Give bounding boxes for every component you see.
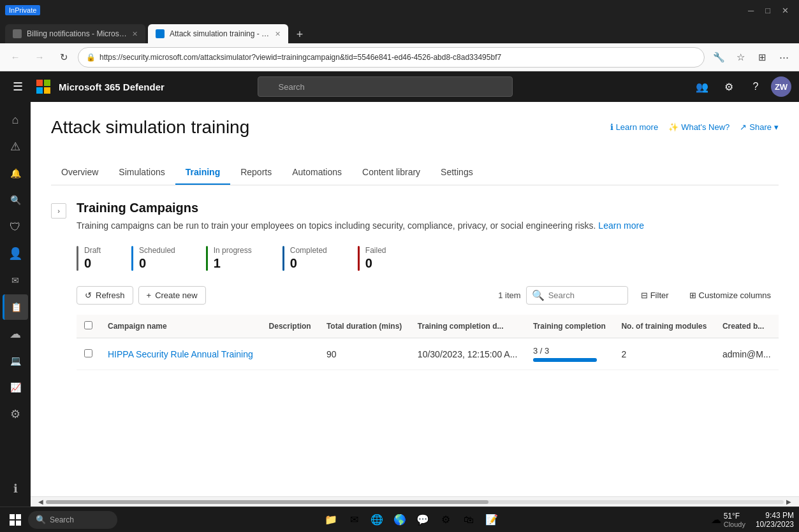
weather-condition: Cloudy xyxy=(724,521,745,528)
sidebar-item-cloud-apps[interactable]: ☁ xyxy=(3,321,28,347)
whats-new-link[interactable]: ✨ What's New? xyxy=(668,122,729,132)
tab-close-1[interactable]: ✕ xyxy=(132,30,138,38)
sidebar-item-alerts[interactable]: 🔔 xyxy=(3,161,28,186)
sidebar-item-email[interactable]: ✉ xyxy=(3,268,28,293)
reload-button[interactable]: ↻ xyxy=(54,47,74,68)
stat-inprogress-label: In progress xyxy=(214,246,252,255)
stat-completed-label: Completed xyxy=(290,246,327,255)
tab-training[interactable]: Training xyxy=(175,161,230,185)
taskbar-clock[interactable]: 9:43 PM 10/23/2023 xyxy=(756,511,794,529)
sidebar-item-incidents[interactable]: ⚠ xyxy=(3,134,28,159)
collections-button[interactable]: ⊞ xyxy=(752,47,772,68)
share-link[interactable]: ↗ Share ▾ xyxy=(740,122,779,132)
table-search-input[interactable] xyxy=(548,291,622,300)
hamburger-menu-button[interactable]: ☰ xyxy=(8,76,28,97)
tab-content-library[interactable]: Content library xyxy=(352,161,430,185)
taskbar-app-mail[interactable]: ✉ xyxy=(344,510,364,530)
collapse-button[interactable]: › xyxy=(51,203,66,219)
favorites-button[interactable]: ☆ xyxy=(730,47,751,68)
new-tab-button[interactable]: + xyxy=(291,25,309,43)
stat-draft-value: 0 xyxy=(84,256,101,271)
scroll-right-arrow[interactable]: ▶ xyxy=(784,497,794,507)
tab-simulations[interactable]: Simulations xyxy=(108,161,175,185)
address-bar[interactable]: 🔒 https://security.microsoft.com/attacks… xyxy=(78,47,705,68)
weather-widget[interactable]: ☁ 51°F Cloudy xyxy=(706,512,751,528)
create-new-button[interactable]: + Create new xyxy=(138,286,206,305)
td-no-modules: 2 xyxy=(613,338,715,370)
browser-toolbar: ← → ↻ 🔒 https://security.microsoft.com/a… xyxy=(0,43,799,71)
taskbar-app-settings[interactable]: ⚙ xyxy=(436,510,456,530)
sidebar-item-secure-score[interactable]: 🛡 xyxy=(3,214,28,240)
tab-reports[interactable]: Reports xyxy=(230,161,282,185)
progress-bar-container xyxy=(533,358,597,362)
table-row[interactable]: HIPPA Security Rule Annual Training 90 1… xyxy=(77,338,779,370)
learn-more-link[interactable]: ℹ Learn more xyxy=(610,122,658,132)
th-description[interactable]: Description xyxy=(261,315,319,338)
sidebar-item-hunting[interactable]: 🔍 xyxy=(3,187,28,213)
share-icon: ↗ xyxy=(740,122,747,132)
section-learn-more-link[interactable]: Learn more xyxy=(598,220,644,231)
scrollbar-track[interactable] xyxy=(46,500,784,504)
row-checkbox[interactable] xyxy=(84,349,92,357)
stats-row: Draft 0 Scheduled 0 xyxy=(77,246,779,271)
taskbar-app-store[interactable]: 🛍 xyxy=(458,510,479,530)
app-logo[interactable] xyxy=(36,79,51,94)
minimize-button[interactable]: ─ xyxy=(743,3,759,18)
stat-scheduled-label: Scheduled xyxy=(139,246,175,255)
refresh-button[interactable]: ↺ Refresh xyxy=(77,286,133,305)
sidebar-item-identity[interactable]: 👤 xyxy=(3,241,28,266)
more-button[interactable]: ⋯ xyxy=(773,47,794,68)
th-created-by[interactable]: Created b... xyxy=(715,315,779,338)
scroll-left-arrow[interactable]: ◀ xyxy=(36,497,46,507)
taskbar-app-teams[interactable]: 💬 xyxy=(413,510,433,530)
start-button[interactable] xyxy=(5,510,26,530)
app-search-input[interactable] xyxy=(258,76,513,97)
forward-button[interactable]: → xyxy=(29,47,50,68)
tab-settings[interactable]: Settings xyxy=(430,161,483,185)
campaign-name-link[interactable]: HIPPA Security Rule Annual Training xyxy=(108,349,253,359)
scrollbar-thumb[interactable] xyxy=(46,500,488,504)
sidebar-item-settings[interactable]: ⚙ xyxy=(3,401,28,427)
th-campaign-name[interactable]: Campaign name xyxy=(100,315,261,338)
taskbar-app-chrome[interactable]: 🌎 xyxy=(390,510,410,530)
select-all-checkbox[interactable] xyxy=(84,321,92,329)
stat-draft: Draft 0 xyxy=(77,246,116,271)
browser-tab-1[interactable]: Billing notifications - Microsoft ... ✕ xyxy=(5,24,145,43)
th-training-completion[interactable]: Training completion xyxy=(525,315,613,338)
tab-title-1: Billing notifications - Microsoft ... xyxy=(27,29,127,38)
taskbar-search-box[interactable]: 🔍 Search xyxy=(28,511,117,529)
th-total-duration[interactable]: Total duration (mins) xyxy=(319,315,410,338)
browser-tab-2[interactable]: Attack simulation training - Micr... ✕ xyxy=(148,24,288,43)
community-button[interactable]: 👥 xyxy=(691,75,714,98)
maximize-button[interactable]: □ xyxy=(760,3,775,18)
tab-overview[interactable]: Overview xyxy=(51,161,108,185)
taskbar-app-explorer[interactable]: 📁 xyxy=(321,510,341,530)
weather-temp: 51°F xyxy=(724,512,745,521)
settings-header-button[interactable]: ⚙ xyxy=(717,75,740,98)
extensions-button[interactable]: 🔧 xyxy=(708,47,729,68)
user-avatar[interactable]: ZW xyxy=(771,76,791,97)
td-checkbox[interactable] xyxy=(77,338,100,370)
tab-automations[interactable]: Automations xyxy=(282,161,352,185)
sidebar-item-vulnerability[interactable]: 📈 xyxy=(3,375,28,400)
close-button[interactable]: ✕ xyxy=(777,3,794,18)
back-button[interactable]: ← xyxy=(5,47,26,68)
header-right: 👥 ⚙ ? ZW xyxy=(691,75,791,98)
horizontal-scrollbar[interactable]: ◀ ▶ xyxy=(31,496,799,507)
tab-close-2[interactable]: ✕ xyxy=(275,30,281,38)
th-no-modules[interactable]: No. of training modules xyxy=(613,315,715,338)
sidebar-item-home[interactable]: ⌂ xyxy=(3,107,28,133)
help-button[interactable]: ? xyxy=(744,75,767,98)
table-search-box[interactable]: 🔍 xyxy=(526,286,628,305)
filter-button[interactable]: ⊟ Filter xyxy=(633,287,677,304)
sidebar-item-attack-sim[interactable]: 📋 xyxy=(3,294,28,320)
th-completion-date[interactable]: Training completion d... xyxy=(410,315,525,338)
completion-text: 3 / 3 xyxy=(533,346,606,356)
taskbar-app-word[interactable]: 📝 xyxy=(481,510,502,530)
taskbar-app-edge[interactable]: 🌐 xyxy=(367,510,387,530)
section-title: Training Campaigns xyxy=(77,201,779,215)
sidebar-item-info[interactable]: ℹ xyxy=(3,476,28,501)
customize-columns-button[interactable]: ⊞ Customize columns xyxy=(682,287,779,304)
sidebar-item-endpoints[interactable]: 💻 xyxy=(3,348,28,373)
td-training-completion: 3 / 3 xyxy=(525,338,613,370)
